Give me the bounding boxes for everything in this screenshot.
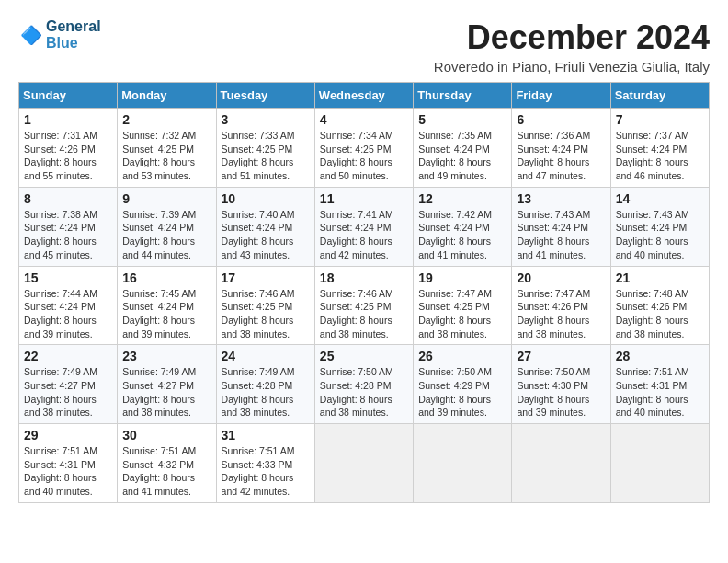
calendar-day-cell: 4Sunrise: 7:34 AMSunset: 4:25 PMDaylight… — [314, 109, 413, 188]
calendar-day-cell — [610, 424, 709, 503]
day-number: 22 — [24, 349, 112, 363]
day-number: 28 — [616, 349, 704, 363]
calendar-day-cell: 27Sunrise: 7:50 AMSunset: 4:30 PMDayligh… — [512, 345, 610, 424]
calendar-day-cell — [512, 424, 610, 503]
day-number: 3 — [222, 112, 310, 127]
calendar-week-row: 1Sunrise: 7:31 AMSunset: 4:26 PMDaylight… — [19, 109, 710, 188]
day-number: 11 — [320, 191, 408, 206]
logo-general: General — [46, 18, 101, 35]
header: 🔷 General Blue December 2024 Roveredo in… — [18, 18, 710, 75]
day-info: Sunrise: 7:49 AMSunset: 4:27 PMDaylight:… — [24, 365, 112, 419]
title-block: December 2024 Roveredo in Piano, Friuli … — [434, 18, 710, 75]
day-info: Sunrise: 7:46 AMSunset: 4:25 PMDaylight:… — [222, 287, 310, 341]
calendar-day-cell: 25Sunrise: 7:50 AMSunset: 4:28 PMDayligh… — [314, 345, 413, 424]
day-info: Sunrise: 7:41 AMSunset: 4:24 PMDaylight:… — [320, 208, 408, 262]
logo-bird-icon: 🔷 — [20, 22, 46, 48]
day-number: 8 — [24, 191, 112, 206]
calendar-day-cell: 28Sunrise: 7:51 AMSunset: 4:31 PMDayligh… — [610, 345, 709, 424]
calendar-day-cell: 2Sunrise: 7:32 AMSunset: 4:25 PMDaylight… — [118, 109, 216, 188]
day-info: Sunrise: 7:35 AMSunset: 4:24 PMDaylight:… — [418, 129, 506, 183]
day-info: Sunrise: 7:51 AMSunset: 4:31 PMDaylight:… — [616, 365, 704, 419]
day-number: 19 — [418, 270, 506, 285]
calendar-day-cell: 9Sunrise: 7:39 AMSunset: 4:24 PMDaylight… — [118, 187, 216, 266]
day-info: Sunrise: 7:37 AMSunset: 4:24 PMDaylight:… — [616, 129, 704, 183]
day-number: 21 — [616, 270, 704, 285]
day-number: 27 — [517, 349, 605, 363]
weekday-header-cell: Monday — [118, 83, 216, 109]
day-number: 29 — [24, 428, 112, 442]
day-info: Sunrise: 7:34 AMSunset: 4:25 PMDaylight:… — [320, 129, 408, 183]
day-number: 25 — [320, 349, 408, 363]
day-info: Sunrise: 7:51 AMSunset: 4:33 PMDaylight:… — [222, 444, 310, 499]
day-number: 23 — [122, 349, 210, 363]
day-number: 1 — [24, 112, 112, 127]
day-info: Sunrise: 7:43 AMSunset: 4:24 PMDaylight:… — [517, 208, 605, 262]
day-info: Sunrise: 7:50 AMSunset: 4:29 PMDaylight:… — [418, 365, 506, 419]
calendar-week-row: 8Sunrise: 7:38 AMSunset: 4:24 PMDaylight… — [19, 187, 710, 266]
logo: 🔷 General Blue — [18, 18, 101, 51]
calendar-day-cell: 26Sunrise: 7:50 AMSunset: 4:29 PMDayligh… — [414, 345, 512, 424]
day-number: 17 — [222, 270, 310, 285]
day-info: Sunrise: 7:31 AMSunset: 4:26 PMDaylight:… — [24, 129, 112, 183]
calendar-day-cell: 21Sunrise: 7:48 AMSunset: 4:26 PMDayligh… — [610, 266, 709, 345]
calendar-day-cell: 30Sunrise: 7:51 AMSunset: 4:32 PMDayligh… — [118, 424, 216, 503]
weekday-header-row: SundayMondayTuesdayWednesdayThursdayFrid… — [19, 83, 710, 109]
day-number: 14 — [616, 191, 704, 206]
weekday-header-cell: Saturday — [610, 83, 709, 109]
day-info: Sunrise: 7:45 AMSunset: 4:24 PMDaylight:… — [122, 287, 210, 341]
day-info: Sunrise: 7:46 AMSunset: 4:25 PMDaylight:… — [320, 287, 408, 341]
page-container: 🔷 General Blue December 2024 Roveredo in… — [18, 18, 710, 503]
weekday-header-cell: Friday — [512, 83, 610, 109]
day-info: Sunrise: 7:49 AMSunset: 4:27 PMDaylight:… — [122, 365, 210, 419]
calendar-day-cell: 10Sunrise: 7:40 AMSunset: 4:24 PMDayligh… — [216, 187, 314, 266]
day-number: 24 — [222, 349, 310, 363]
day-number: 30 — [122, 428, 210, 442]
calendar-day-cell: 31Sunrise: 7:51 AMSunset: 4:33 PMDayligh… — [216, 424, 314, 503]
weekday-header-cell: Wednesday — [314, 83, 413, 109]
day-info: Sunrise: 7:49 AMSunset: 4:28 PMDaylight:… — [222, 365, 310, 419]
day-number: 2 — [122, 112, 210, 127]
calendar-day-cell: 3Sunrise: 7:33 AMSunset: 4:25 PMDaylight… — [216, 109, 314, 188]
calendar-day-cell: 19Sunrise: 7:47 AMSunset: 4:25 PMDayligh… — [414, 266, 512, 345]
location-title: Roveredo in Piano, Friuli Venezia Giulia… — [434, 59, 710, 75]
calendar-day-cell: 23Sunrise: 7:49 AMSunset: 4:27 PMDayligh… — [118, 345, 216, 424]
calendar-day-cell: 29Sunrise: 7:51 AMSunset: 4:31 PMDayligh… — [19, 424, 118, 503]
day-number: 26 — [418, 349, 506, 363]
day-number: 20 — [517, 270, 605, 285]
day-info: Sunrise: 7:50 AMSunset: 4:28 PMDaylight:… — [320, 365, 408, 419]
calendar-day-cell: 5Sunrise: 7:35 AMSunset: 4:24 PMDaylight… — [414, 109, 512, 188]
day-info: Sunrise: 7:50 AMSunset: 4:30 PMDaylight:… — [517, 365, 605, 419]
day-number: 15 — [24, 270, 112, 285]
day-info: Sunrise: 7:38 AMSunset: 4:24 PMDaylight:… — [24, 208, 112, 262]
svg-text:🔷: 🔷 — [20, 24, 43, 46]
day-number: 4 — [320, 112, 408, 127]
day-info: Sunrise: 7:47 AMSunset: 4:26 PMDaylight:… — [517, 287, 605, 341]
day-info: Sunrise: 7:40 AMSunset: 4:24 PMDaylight:… — [222, 208, 310, 262]
day-number: 5 — [418, 112, 506, 127]
day-info: Sunrise: 7:44 AMSunset: 4:24 PMDaylight:… — [24, 287, 112, 341]
day-info: Sunrise: 7:51 AMSunset: 4:31 PMDaylight:… — [24, 444, 112, 499]
day-number: 12 — [418, 191, 506, 206]
day-info: Sunrise: 7:36 AMSunset: 4:24 PMDaylight:… — [517, 129, 605, 183]
calendar-day-cell: 17Sunrise: 7:46 AMSunset: 4:25 PMDayligh… — [216, 266, 314, 345]
calendar-day-cell: 12Sunrise: 7:42 AMSunset: 4:24 PMDayligh… — [414, 187, 512, 266]
calendar-day-cell: 22Sunrise: 7:49 AMSunset: 4:27 PMDayligh… — [19, 345, 118, 424]
calendar-day-cell: 13Sunrise: 7:43 AMSunset: 4:24 PMDayligh… — [512, 187, 610, 266]
day-info: Sunrise: 7:43 AMSunset: 4:24 PMDaylight:… — [616, 208, 704, 262]
day-number: 6 — [517, 112, 605, 127]
day-info: Sunrise: 7:51 AMSunset: 4:32 PMDaylight:… — [122, 444, 210, 499]
day-number: 10 — [222, 191, 310, 206]
weekday-header-cell: Thursday — [414, 83, 512, 109]
calendar-week-row: 22Sunrise: 7:49 AMSunset: 4:27 PMDayligh… — [19, 345, 710, 424]
calendar-week-row: 29Sunrise: 7:51 AMSunset: 4:31 PMDayligh… — [19, 424, 710, 503]
calendar-day-cell: 6Sunrise: 7:36 AMSunset: 4:24 PMDaylight… — [512, 109, 610, 188]
day-number: 9 — [122, 191, 210, 206]
calendar-week-row: 15Sunrise: 7:44 AMSunset: 4:24 PMDayligh… — [19, 266, 710, 345]
calendar-day-cell: 8Sunrise: 7:38 AMSunset: 4:24 PMDaylight… — [19, 187, 118, 266]
calendar-day-cell — [414, 424, 512, 503]
calendar-day-cell: 24Sunrise: 7:49 AMSunset: 4:28 PMDayligh… — [216, 345, 314, 424]
day-number: 7 — [616, 112, 704, 127]
day-info: Sunrise: 7:33 AMSunset: 4:25 PMDaylight:… — [222, 129, 310, 183]
day-info: Sunrise: 7:39 AMSunset: 4:24 PMDaylight:… — [122, 208, 210, 262]
day-number: 18 — [320, 270, 408, 285]
